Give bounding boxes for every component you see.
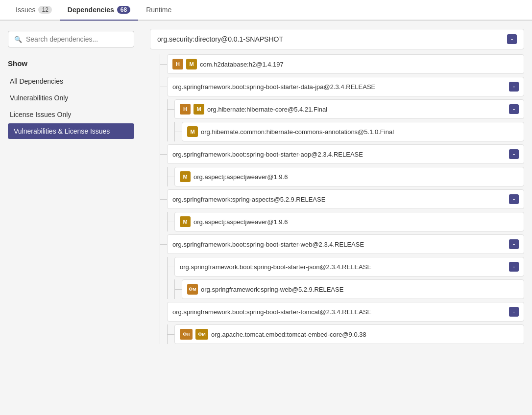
badge-m-h2: M — [186, 59, 197, 69]
dep-starter-tomcat-name: org.springframework.boot:spring-boot-sta… — [172, 308, 506, 316]
dep-spring-web: ⚙M org.springframework:spring-web@5.2.9.… — [175, 279, 524, 299]
dep-starter-tomcat-box: org.springframework.boot:spring-boot-sta… — [167, 302, 524, 322]
filter-vulnerabilities-license[interactable]: Vulnerabilities & License Issues — [8, 123, 134, 139]
badge-gear-m-tomcat: ⚙M — [195, 329, 208, 340]
badge-h-h2: H — [172, 59, 183, 69]
dep-starter-tomcat-collapse[interactable]: - — [509, 307, 519, 317]
search-input[interactable] — [26, 35, 128, 43]
dep-spring-web-box: ⚙M org.springframework:spring-web@5.2.9.… — [182, 279, 524, 299]
filter-all-dependencies[interactable]: All Dependencies — [8, 73, 134, 89]
tab-dependencies-badge: 68 — [117, 6, 130, 14]
dep-spring-web-name: org.springframework:spring-web@5.2.9.REL… — [201, 286, 519, 293]
dep-spring-aspects-collapse[interactable]: - — [509, 194, 519, 204]
dep-tomcat-embed-core-name: org.apache.tomcat.embed:tomcat-embed-cor… — [211, 331, 519, 338]
tab-issues-label: Issues — [16, 6, 35, 14]
content-area: org.security:directory@0.0.1-SNAPSHOT - … — [142, 21, 532, 408]
dep-aspectjweaver-1: M org.aspectj:aspectjweaver@1.9.6 — [168, 167, 524, 186]
dep-starter-web-collapse[interactable]: - — [509, 239, 519, 249]
dep-hibernate-commons-name: org.hibernate.common:hibernate-commons-a… — [201, 128, 519, 136]
tab-runtime[interactable]: Runtime — [138, 0, 179, 21]
search-box[interactable]: 🔍 — [8, 31, 134, 47]
dep-aspectjweaver-2-name: org.aspectj:aspectjweaver@1.9.6 — [193, 218, 519, 226]
tab-issues-badge: 12 — [38, 6, 51, 14]
dep-aspectjweaver-1-box: M org.aspectj:aspectjweaver@1.9.6 — [174, 167, 524, 186]
dep-hibernate-core: H M org.hibernate:hibernate-core@5.4.21.… — [168, 99, 524, 141]
dep-spring-aspects: org.springframework:spring-aspects@5.2.9… — [160, 189, 524, 231]
dep-starter-json-children: ⚙M org.springframework:spring-web@5.2.9.… — [174, 279, 524, 299]
badge-m-aspectj1: M — [180, 171, 191, 182]
dep-aop-children: M org.aspectj:aspectjweaver@1.9.6 — [167, 167, 524, 186]
dep-aspectjweaver-2-box: M org.aspectj:aspectjweaver@1.9.6 — [174, 212, 524, 231]
root-node: org.security:directory@0.0.1-SNAPSHOT - — [150, 29, 524, 49]
tab-dependencies[interactable]: Dependencies 68 — [60, 0, 138, 21]
dep-starter-tomcat: org.springframework.boot:spring-boot-sta… — [160, 302, 524, 344]
dep-starter-tomcat-children: ⚙H ⚙M org.apache.tomcat.embed:tomcat-emb… — [167, 324, 524, 344]
dep-spring-aspects-name: org.springframework:spring-aspects@5.2.9… — [172, 196, 506, 203]
filter-vulnerabilities-only[interactable]: Vulnerabilities Only — [8, 90, 134, 106]
dep-starter-json: org.springframework.boot:spring-boot-sta… — [168, 257, 524, 299]
dep-starter-json-collapse[interactable]: - — [509, 262, 519, 272]
dep-spring-aspects-box: org.springframework:spring-aspects@5.2.9… — [167, 189, 524, 209]
sidebar: 🔍 Show All Dependencies Vulnerabilities … — [0, 21, 142, 408]
tab-dependencies-label: Dependencies — [68, 6, 114, 14]
dep-hibernate-core-children: M org.hibernate.common:hibernate-commons… — [174, 122, 524, 141]
badge-m-hibernate: M — [193, 104, 204, 115]
dep-aop-box: org.springframework.boot:spring-boot-sta… — [167, 144, 524, 164]
dep-h2database-box: H M com.h2database:h2@1.4.197 — [167, 54, 524, 74]
main-layout: 🔍 Show All Dependencies Vulnerabilities … — [0, 21, 532, 408]
dep-data-jpa-box: org.springframework.boot:spring-boot-sta… — [167, 77, 524, 96]
dep-data-jpa-collapse[interactable]: - — [509, 82, 519, 92]
badge-gear-spring-web: ⚙M — [187, 284, 198, 295]
dep-hibernate-commons-box: M org.hibernate.common:hibernate-commons… — [182, 122, 524, 141]
dep-aspectjweaver-1-name: org.aspectj:aspectjweaver@1.9.6 — [193, 173, 519, 181]
dep-starter-web: org.springframework.boot:spring-boot-sta… — [160, 234, 524, 299]
tab-runtime-label: Runtime — [146, 6, 171, 14]
dep-starter-json-name: org.springframework.boot:spring-boot-sta… — [180, 263, 506, 271]
dep-aop-name: org.springframework.boot:spring-boot-sta… — [172, 151, 506, 158]
badge-m-hibernate-commons: M — [187, 126, 198, 137]
dep-starter-json-box: org.springframework.boot:spring-boot-sta… — [174, 257, 524, 277]
dep-tomcat-embed-core: ⚙H ⚙M org.apache.tomcat.embed:tomcat-emb… — [168, 324, 524, 344]
dep-aop-collapse[interactable]: - — [509, 149, 519, 159]
badge-m-aspectj2: M — [180, 216, 191, 227]
dep-data-jpa: org.springframework.boot:spring-boot-sta… — [160, 77, 524, 141]
show-label: Show — [8, 59, 134, 68]
dep-data-jpa-children: H M org.hibernate:hibernate-core@5.4.21.… — [167, 99, 524, 141]
dep-hibernate-core-collapse[interactable]: - — [509, 104, 519, 114]
badge-gear-h-tomcat: ⚙H — [180, 329, 193, 340]
badge-h-hibernate: H — [180, 104, 191, 115]
tabs-bar: Issues 12 Dependencies 68 Runtime — [0, 0, 532, 21]
tab-issues[interactable]: Issues 12 — [8, 0, 60, 21]
dep-starter-web-box: org.springframework.boot:spring-boot-sta… — [167, 234, 524, 254]
root-node-name: org.security:directory@0.0.1-SNAPSHOT — [157, 35, 507, 43]
dep-starter-web-name: org.springframework.boot:spring-boot-sta… — [172, 241, 506, 248]
dep-aspectjweaver-2: M org.aspectj:aspectjweaver@1.9.6 — [168, 212, 524, 231]
root-collapse-btn[interactable]: - — [507, 34, 517, 44]
dep-hibernate-core-box: H M org.hibernate:hibernate-core@5.4.21.… — [174, 99, 524, 119]
dep-hibernate-core-name: org.hibernate:hibernate-core@5.4.21.Fina… — [207, 106, 506, 113]
dep-spring-aspects-children: M org.aspectj:aspectjweaver@1.9.6 — [167, 212, 524, 231]
filter-license-issues-only[interactable]: License Issues Only — [8, 107, 134, 122]
dep-h2database: H M com.h2database:h2@1.4.197 — [160, 54, 524, 74]
dep-starter-web-children: org.springframework.boot:spring-boot-sta… — [167, 257, 524, 299]
dep-h2database-name: com.h2database:h2@1.4.197 — [200, 61, 519, 68]
dep-aop: org.springframework.boot:spring-boot-sta… — [160, 144, 524, 186]
dep-data-jpa-name: org.springframework.boot:spring-boot-sta… — [172, 83, 506, 91]
dep-tomcat-embed-core-box: ⚙H ⚙M org.apache.tomcat.embed:tomcat-emb… — [174, 324, 524, 344]
dep-hibernate-commons: M org.hibernate.common:hibernate-commons… — [175, 122, 524, 141]
search-icon: 🔍 — [14, 36, 22, 43]
